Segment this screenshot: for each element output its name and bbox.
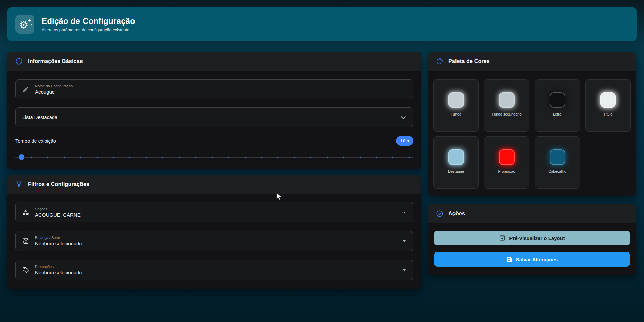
config-name-label: Nome da Configuração bbox=[35, 84, 73, 88]
actions-header: Ações bbox=[428, 204, 636, 223]
chevron-down-icon bbox=[399, 113, 407, 121]
save-changes-button[interactable]: Salvar Alterações bbox=[434, 252, 630, 267]
color-palette-header: Paleta de Cores bbox=[428, 52, 636, 71]
filter-icon bbox=[15, 181, 23, 188]
swatch-card-fundo[interactable]: Fundo bbox=[433, 79, 479, 132]
actions-panel: Ações Pré-Visualizar o Layout Salvar Alt… bbox=[428, 204, 636, 275]
tag-icon bbox=[22, 266, 30, 274]
promotions-value: Nenhum selecionado bbox=[35, 270, 82, 275]
page-title: Edição de Configuração bbox=[42, 16, 135, 26]
preview-button-label: Pré-Visualizar o Layout bbox=[509, 235, 565, 241]
display-time-badge: 10 s bbox=[396, 136, 413, 146]
swatch-card-promocao[interactable]: Promoção bbox=[484, 136, 529, 189]
basic-info-header: Informações Básicas bbox=[7, 52, 421, 71]
sections-label: Seções bbox=[35, 207, 81, 211]
info-icon bbox=[15, 58, 23, 65]
color-swatch[interactable] bbox=[448, 92, 464, 108]
scale-icon bbox=[22, 237, 30, 245]
check-circle-icon bbox=[436, 210, 443, 217]
layout-select-value: Lista Destacada bbox=[22, 114, 57, 120]
save-icon bbox=[506, 256, 513, 263]
swatch-card-titulo[interactable]: Título bbox=[585, 79, 631, 132]
sections-value: ACOUGUE, CARNE bbox=[35, 212, 81, 218]
display-time-slider[interactable] bbox=[15, 154, 413, 160]
pencil-icon bbox=[22, 85, 30, 93]
sections-select[interactable]: Seções ACOUGUE, CARNE bbox=[15, 202, 413, 222]
layout-select[interactable]: Lista Destacada bbox=[15, 107, 413, 127]
color-palette-panel: Paleta de Cores Fundo Fundo secundário L… bbox=[428, 52, 636, 196]
caret-down-icon bbox=[401, 210, 407, 215]
color-swatch[interactable] bbox=[499, 149, 515, 165]
preview-layout-button[interactable]: Pré-Visualizar o Layout bbox=[434, 231, 630, 245]
save-button-label: Salvar Alterações bbox=[516, 257, 558, 262]
page-subtitle: Altere os parâmetros da configuração exi… bbox=[42, 28, 135, 32]
color-palette-title: Paleta de Cores bbox=[448, 58, 490, 64]
swatch-card-fundo-secundario[interactable]: Fundo secundário bbox=[484, 79, 529, 132]
color-swatch[interactable] bbox=[448, 149, 464, 165]
settings-sparkle-icon: ⚙ ✦ ✦ bbox=[15, 15, 34, 34]
filters-title: Filtros e Configurações bbox=[28, 181, 89, 187]
color-swatch[interactable] bbox=[499, 92, 515, 108]
category-icon bbox=[22, 208, 30, 216]
scale-sector-value: Nenhum selecionado bbox=[35, 241, 82, 246]
palette-icon bbox=[436, 58, 443, 65]
config-name-value: Acougue bbox=[35, 89, 73, 95]
page-header: ⚙ ✦ ✦ Edição de Configuração Altere os p… bbox=[7, 7, 637, 41]
caret-down-icon bbox=[401, 267, 407, 273]
swatch-card-letra[interactable]: Letra bbox=[535, 79, 580, 132]
caret-down-icon bbox=[401, 238, 407, 244]
color-swatch[interactable] bbox=[600, 92, 616, 108]
slider-track[interactable] bbox=[15, 157, 413, 158]
scale-sector-label: Balança / Setor bbox=[35, 236, 82, 240]
actions-title: Ações bbox=[448, 211, 465, 217]
swatch-card-cabecalho[interactable]: Cabeçalho bbox=[535, 136, 580, 189]
color-swatch[interactable] bbox=[550, 149, 565, 165]
scale-sector-select[interactable]: Balança / Setor Nenhum selecionado bbox=[15, 231, 413, 251]
basic-info-title: Informações Básicas bbox=[28, 58, 83, 64]
filters-header: Filtros e Configurações bbox=[7, 175, 421, 194]
config-name-input[interactable]: Nome da Configuração Acougue bbox=[15, 79, 413, 99]
filters-panel: Filtros e Configurações Seções ACOUGUE, … bbox=[7, 175, 421, 289]
basic-info-panel: Informações Básicas Nome da Configuração… bbox=[7, 52, 421, 169]
promotions-label: Promoções bbox=[35, 265, 82, 269]
preview-icon bbox=[499, 235, 506, 241]
color-swatch[interactable] bbox=[550, 92, 565, 108]
display-time-label: Tempo de exibição bbox=[15, 138, 56, 144]
swatch-card-destaque[interactable]: Destaque bbox=[433, 136, 479, 189]
promotions-select[interactable]: Promoções Nenhum selecionado bbox=[15, 260, 413, 280]
slider-thumb[interactable] bbox=[19, 154, 24, 160]
